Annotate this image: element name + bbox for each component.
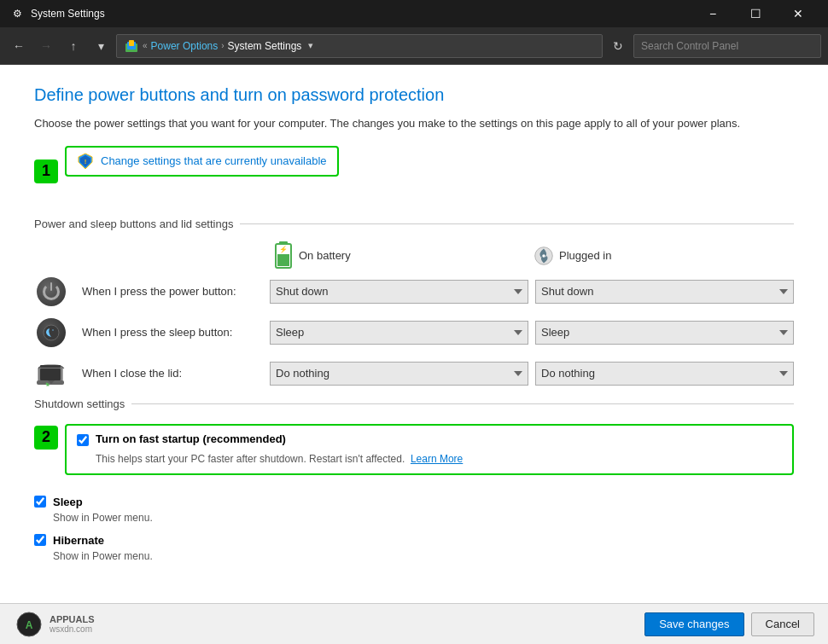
lid-row: When I close the lid: Do nothing Sleep H…: [34, 357, 794, 391]
shutdown-section-label: Shutdown settings: [34, 397, 794, 410]
save-changes-button[interactable]: Save changes: [644, 612, 743, 636]
power-button-plugged-in-select[interactable]: Shut down Sleep Hibernate Turn off the d…: [535, 280, 794, 304]
main-content: Define power buttons and turn on passwor…: [0, 65, 828, 603]
sleep-button-plugged-in-select[interactable]: Sleep Shut down Hibernate Turn off the d…: [535, 321, 794, 345]
svg-text:⚡: ⚡: [279, 245, 288, 253]
sleep-checkbox-row: Sleep: [34, 496, 794, 508]
power-button-selects: Shut down Sleep Hibernate Turn off the d…: [270, 280, 794, 304]
window-title: System Settings: [31, 8, 693, 20]
svg-rect-15: [40, 368, 61, 380]
lid-icon: [34, 357, 68, 391]
fast-startup-checkbox[interactable]: [77, 434, 89, 446]
close-button[interactable]: ✕: [778, 0, 818, 27]
svg-rect-8: [277, 254, 289, 266]
lid-selects: Do nothing Sleep Hibernate Shut down Do …: [270, 362, 794, 386]
sleep-label: Sleep: [53, 496, 83, 508]
lid-on-battery-select[interactable]: Do nothing Sleep Hibernate Shut down: [270, 362, 528, 386]
window-controls: − ☐ ✕: [693, 0, 818, 27]
address-bar: ← → ↑ ▾ « Power Options › System Setting…: [0, 27, 828, 65]
fast-startup-box: Turn on fast startup (recommended) This …: [65, 424, 794, 475]
hibernate-desc: Show in Power menu.: [53, 550, 794, 562]
change-settings-label: Change settings that are currently unava…: [101, 154, 327, 167]
lid-label: When I close the lid:: [82, 367, 270, 380]
fast-startup-row: 2 Turn on fast startup (recommended) Thi…: [34, 424, 794, 485]
svg-text:!: !: [85, 158, 87, 165]
col-on-battery: ⚡ On battery: [273, 244, 534, 268]
maximize-button[interactable]: ☐: [736, 0, 775, 27]
change-settings-row: 1 ! Change settings that are currently u…: [34, 146, 794, 197]
col-plugged-in: Plugged in: [534, 244, 794, 268]
sleep-button-label: When I press the sleep button:: [82, 326, 270, 339]
breadcrumb-dropdown-button[interactable]: ▾: [308, 40, 313, 51]
power-button-row: When I press the power button: Shut down…: [34, 275, 794, 309]
breadcrumb-item1[interactable]: Power Options: [151, 40, 219, 52]
hibernate-checkbox[interactable]: [34, 534, 46, 546]
power-button-on-battery-select[interactable]: Shut down Sleep Hibernate Turn off the d…: [270, 280, 528, 304]
hibernate-checkbox-section: Hibernate Show in Power menu.: [34, 534, 794, 562]
breadcrumb-item2: System Settings: [228, 40, 302, 52]
sleep-desc: Show in Power menu.: [53, 512, 794, 524]
fast-startup-checkbox-row: Turn on fast startup (recommended): [77, 432, 782, 446]
svg-point-13: [52, 329, 54, 331]
forward-button[interactable]: →: [34, 34, 58, 58]
hibernate-checkbox-row: Hibernate: [34, 534, 794, 547]
cancel-button[interactable]: Cancel: [751, 612, 814, 636]
svg-point-11: [542, 254, 545, 257]
footer-bar: A APPUALS wsxdn.com Save changes Cancel: [0, 603, 828, 644]
battery-icon: ⚡: [273, 244, 294, 268]
fast-startup-label: Turn on fast startup (recommended): [96, 432, 286, 445]
svg-rect-2: [129, 40, 134, 46]
back-button[interactable]: ←: [7, 34, 31, 58]
watermark-text: APPUALS wsxdn.com: [50, 614, 95, 634]
shield-uac-icon: !: [77, 153, 94, 170]
sleep-checkbox-section: Sleep Show in Power menu.: [34, 496, 794, 524]
sleep-checkbox[interactable]: [34, 496, 46, 508]
watermark-area: A APPUALS wsxdn.com: [14, 609, 638, 640]
search-input[interactable]: [633, 34, 821, 58]
hibernate-label: Hibernate: [53, 534, 104, 547]
power-table-header: ⚡ On battery Plugged in: [34, 244, 794, 268]
sleep-button-on-battery-select[interactable]: Sleep Shut down Hibernate Turn off the d…: [270, 321, 528, 345]
refresh-button[interactable]: ↻: [606, 34, 630, 58]
recent-button[interactable]: ▾: [89, 34, 113, 58]
svg-rect-17: [40, 365, 61, 368]
power-button-icon: [34, 275, 68, 309]
power-sleep-section-label: Power and sleep buttons and lid settings: [34, 218, 794, 230]
svg-text:A: A: [26, 619, 33, 631]
svg-point-12: [44, 325, 59, 340]
breadcrumb[interactable]: « Power Options › System Settings ▾: [116, 34, 603, 58]
minimize-button[interactable]: −: [693, 0, 732, 27]
annotation-1: 1: [34, 160, 58, 183]
title-bar: ⚙ System Settings − ☐ ✕: [0, 0, 828, 27]
sleep-button-selects: Sleep Shut down Hibernate Turn off the d…: [270, 321, 794, 345]
appuals-logo: A: [14, 609, 44, 640]
annotation-2: 2: [34, 426, 58, 450]
app-icon: ⚙: [10, 7, 24, 20]
up-button[interactable]: ↑: [61, 34, 85, 58]
learn-more-link[interactable]: Learn More: [411, 453, 463, 465]
power-button-label: When I press the power button:: [82, 285, 270, 298]
page-description: Choose the power settings that you want …: [34, 115, 794, 132]
lid-plugged-in-select[interactable]: Do nothing Sleep Hibernate Shut down: [535, 362, 794, 386]
breadcrumb-arrow: ›: [221, 41, 224, 50]
sleep-button-icon: [34, 316, 68, 350]
plugged-in-icon: [534, 244, 554, 268]
breadcrumb-home-icon: [124, 38, 139, 54]
breadcrumb-sep1: «: [143, 41, 148, 50]
shutdown-section: Shutdown settings 2 Turn on fast startup…: [34, 397, 794, 562]
sleep-button-row: When I press the sleep button: Sleep Shu…: [34, 316, 794, 350]
page-title: Define power buttons and turn on passwor…: [34, 85, 794, 105]
change-settings-link[interactable]: ! Change settings that are currently una…: [65, 146, 339, 177]
fast-startup-description: This helps start your PC faster after sh…: [96, 451, 782, 467]
